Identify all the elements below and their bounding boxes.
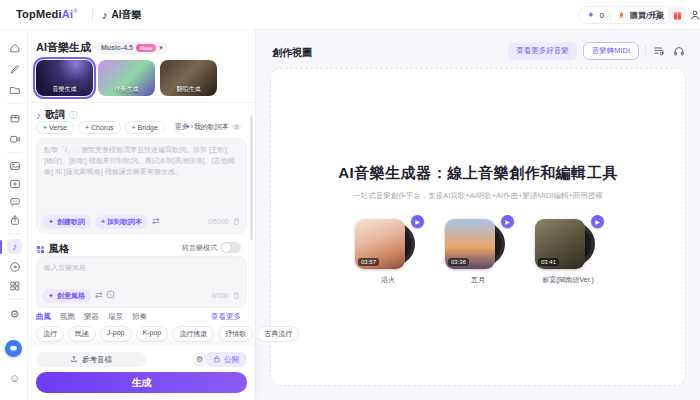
workspace-actions: 查看更多好音樂 音樂轉MIDI: [508, 42, 686, 60]
add-to-lyricsbook-button[interactable]: + 加到歌詞本: [95, 215, 148, 229]
headset-icon: [673, 45, 685, 57]
style-category-tabs: 曲風 氛圍 樂器 場景 節奏: [36, 312, 147, 322]
tab-genre[interactable]: 曲風: [36, 312, 51, 322]
my-lyrics-button[interactable]: ✦ 我的歌詞本 0: [185, 122, 241, 132]
dice-icon[interactable]: [106, 290, 115, 301]
gift-icon: [672, 10, 683, 21]
music-to-midi-button[interactable]: 音樂轉MIDI: [583, 42, 639, 60]
lyrics-tag-chips: + Verse + Chorus + Bridge 更多 ›: [36, 120, 199, 134]
tab-mood[interactable]: 氛圍: [60, 312, 75, 322]
sidebar-item-create[interactable]: [7, 61, 22, 76]
bridge-chip[interactable]: + Bridge: [125, 121, 165, 134]
sidebar-item-video[interactable]: [7, 131, 22, 146]
playlist-icon: [653, 45, 665, 57]
verse-chip[interactable]: + Verse: [36, 121, 74, 134]
app-title-label: AI音樂: [112, 8, 142, 22]
notification-bell-button[interactable]: [648, 6, 666, 24]
mode-label: 翻唱生成: [160, 85, 217, 94]
mode-label: 音樂生成: [36, 85, 93, 94]
play-icon: ▶: [505, 218, 510, 225]
composer-footer: 參考音檔 ⚙ 公開 生成: [28, 346, 255, 400]
shuffle-icon[interactable]: ⇄: [152, 217, 160, 226]
style-grid-icon: [36, 245, 45, 254]
model-selector[interactable]: Music-4.5 New ▾: [96, 42, 168, 54]
sidebar-item-voice[interactable]: [7, 194, 22, 209]
genre-chip[interactable]: J-pop: [100, 326, 132, 342]
mode-label: 伴奏生成: [98, 85, 155, 94]
brand-reg: ®: [73, 8, 78, 14]
genre-chip[interactable]: 古典流行: [257, 326, 299, 342]
notebook-icon: ✦: [185, 123, 191, 131]
lyrics-textarea[interactable]: [37, 139, 246, 213]
info-icon: ⓘ: [69, 110, 77, 121]
sidebar-item-discover[interactable]: [7, 259, 22, 274]
upload-icon: [70, 355, 78, 365]
header-divider: [92, 8, 93, 22]
lyrics-char-counter: 0/5000: [208, 218, 228, 225]
sidebar-item-library[interactable]: [7, 82, 22, 97]
play-icon: ▶: [595, 218, 600, 225]
clear-style-button[interactable]: [232, 291, 241, 300]
chorus-chip[interactable]: + Chorus: [78, 121, 121, 134]
user-icon: [689, 9, 700, 21]
music-note-icon: ♪: [102, 9, 108, 21]
brand-logo[interactable]: TopMediAi®: [16, 8, 78, 20]
song-title: 浴火: [341, 275, 435, 285]
play-button[interactable]: ▶: [411, 215, 424, 228]
style-char-counter: 0/500: [212, 292, 228, 299]
more-music-button[interactable]: 查看更多好音樂: [508, 42, 577, 60]
creative-style-label: 創意風格: [57, 291, 85, 301]
instrumental-label: 純音樂模式: [182, 243, 217, 253]
instrumental-toggle[interactable]: [221, 242, 241, 253]
credit-star-icon: ✦: [587, 10, 595, 20]
genre-chip[interactable]: K-pop: [136, 326, 169, 342]
style-textarea[interactable]: [37, 257, 246, 287]
rewards-button[interactable]: [668, 6, 686, 24]
reference-audio-button[interactable]: 參考音檔: [36, 352, 146, 367]
generate-button[interactable]: 生成: [36, 372, 247, 393]
shuffle-icon[interactable]: ⇄: [95, 291, 103, 300]
sidebar-item-image[interactable]: [7, 158, 22, 173]
tab-instrument[interactable]: 樂器: [84, 312, 99, 322]
play-button[interactable]: ▶: [501, 215, 514, 228]
visibility-button[interactable]: 公開: [205, 352, 247, 367]
play-button[interactable]: ▶: [591, 215, 604, 228]
page: { "icons": { "music_note": "♪", "gear": …: [0, 0, 700, 400]
panel-scrollbar[interactable]: [250, 115, 253, 240]
create-lyrics-button[interactable]: ✦創建歌詞: [42, 215, 91, 229]
composer-panel: AI音樂生成 Music-4.5 New ▾ 音樂生成 伴奏生成 翻唱生成 ♪ …: [28, 30, 256, 400]
mode-card-accompaniment[interactable]: 伴奏生成: [98, 60, 155, 96]
sidebar-item-help[interactable]: ☺: [7, 370, 22, 385]
sidebar-item-photo[interactable]: [7, 176, 22, 191]
sidebar-item-home[interactable]: [7, 40, 22, 55]
tab-scene[interactable]: 場景: [108, 312, 123, 322]
genre-chip[interactable]: 流行搖滾: [172, 326, 214, 342]
lyrics-icon: ♪: [36, 110, 41, 121]
sidebar-item-apps[interactable]: [7, 278, 22, 293]
reference-audio-label: 參考音檔: [82, 355, 112, 365]
see-more-link[interactable]: 查看更多: [211, 312, 241, 322]
mode-card-cover[interactable]: 翻唱生成: [160, 60, 217, 96]
support-chat-button[interactable]: [5, 340, 22, 357]
sidebar-item-products[interactable]: [7, 110, 22, 125]
genre-chip[interactable]: 流行: [36, 326, 64, 342]
listen-button[interactable]: [672, 44, 686, 58]
sidebar-item-music[interactable]: ♪: [7, 239, 22, 254]
genre-chip[interactable]: 民謠: [68, 326, 96, 342]
style-section-header: 風格: [36, 242, 69, 256]
genre-chip[interactable]: 抒情歌: [218, 326, 253, 342]
creative-style-button[interactable]: ✦創意風格: [42, 289, 91, 303]
model-name: Music-4.5: [101, 44, 133, 51]
account-button[interactable]: [686, 6, 700, 24]
clear-lyrics-button[interactable]: [232, 217, 241, 226]
lyrics-counter-row: 0/5000: [208, 217, 241, 226]
sidebar-item-settings[interactable]: ⚙: [7, 307, 22, 322]
creation-canvas: AI音樂生成器：線上音樂創作和編輯工具 一站式音樂創作平台，支援AI寫歌+AI唱…: [270, 68, 686, 386]
style-toolbar: ✦創意風格 ⇄ 0/500: [42, 288, 241, 303]
visibility-label: 公開: [224, 355, 239, 365]
playlist-button[interactable]: [652, 44, 666, 58]
my-lyrics-count: 0: [232, 124, 241, 130]
sidebar-item-export[interactable]: [7, 212, 22, 227]
tab-tempo[interactable]: 節奏: [132, 312, 147, 322]
mode-card-music[interactable]: 音樂生成: [36, 60, 93, 96]
